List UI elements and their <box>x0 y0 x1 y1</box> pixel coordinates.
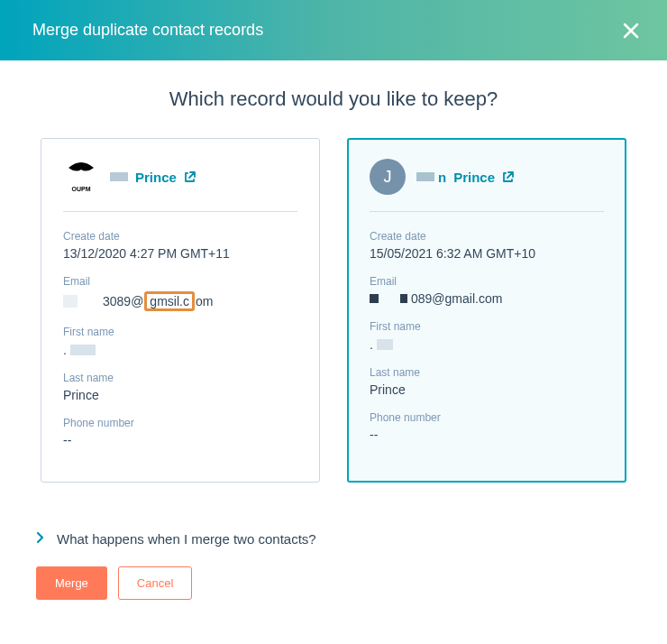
field-label-create-date: Create date <box>370 230 604 243</box>
field-label-create-date: Create date <box>63 230 297 243</box>
record-cards: OUPM Prince Create date 13/12/2020 4:27 … <box>36 138 631 483</box>
record-card-right[interactable]: J n Prince Create date 15/05/2021 6:32 A… <box>347 138 626 483</box>
field-value-last-name: Prince <box>370 382 604 397</box>
field-label-phone: Phone number <box>370 411 604 424</box>
field-value-email: 089@gmail.com <box>370 291 604 306</box>
field-label-last-name: Last name <box>63 372 297 384</box>
redacted-text <box>416 172 434 181</box>
contact-name-row: Prince <box>110 170 297 185</box>
field-value-phone: -- <box>63 433 297 447</box>
field-label-phone: Phone number <box>63 417 297 429</box>
redacted-text <box>70 345 96 355</box>
avatar: OUPM <box>63 159 99 195</box>
record-card-left[interactable]: OUPM Prince Create date 13/12/2020 4:27 … <box>41 138 320 483</box>
merge-question: Which record would you like to keep? <box>36 87 631 111</box>
external-link-icon[interactable] <box>184 170 196 183</box>
field-label-last-name: Last name <box>370 366 604 379</box>
card-header: OUPM Prince <box>63 159 297 211</box>
dialog-actions: Merge Cancel <box>36 566 631 600</box>
field-label-email: Email <box>63 275 297 288</box>
dialog-title: Merge duplicate contact records <box>32 21 263 40</box>
field-value-phone: -- <box>370 428 604 442</box>
redacted-text <box>110 172 128 181</box>
svg-text:OUPM: OUPM <box>72 186 91 192</box>
dialog-body: Which record would you like to keep? OUP… <box>0 60 667 600</box>
redacted-text <box>400 294 407 303</box>
chevron-right-icon <box>36 531 44 547</box>
divider <box>63 211 297 212</box>
redacted-text <box>63 295 78 308</box>
field-value-create-date: 15/05/2021 6:32 AM GMT+10 <box>370 246 604 261</box>
field-label-first-name: First name <box>370 320 604 333</box>
contact-name: Prince <box>135 170 177 185</box>
divider <box>370 211 604 212</box>
avatar: J <box>370 159 406 195</box>
contact-name-row: n Prince <box>416 170 604 185</box>
merge-button[interactable]: Merge <box>36 566 107 600</box>
field-value-create-date: 13/12/2020 4:27 PM GMT+11 <box>63 246 297 261</box>
redacted-text <box>377 339 393 350</box>
redacted-text <box>370 294 379 303</box>
field-label-email: Email <box>370 275 604 288</box>
help-expander[interactable]: What happens when I merge two contacts? <box>36 531 631 547</box>
close-icon[interactable] <box>620 20 642 41</box>
field-value-first-name: . <box>63 343 96 357</box>
field-value-first-name: . <box>370 337 393 352</box>
card-header: J n Prince <box>370 159 604 211</box>
cancel-button[interactable]: Cancel <box>118 566 192 600</box>
expander-label: What happens when I merge two contacts? <box>57 531 316 547</box>
dialog-header: Merge duplicate contact records <box>0 0 667 60</box>
email-highlight: gmsil.c <box>144 291 195 311</box>
external-link-icon[interactable] <box>502 170 515 183</box>
contact-name: Prince <box>453 170 495 185</box>
field-value-email: 3089@gmsil.com <box>63 291 297 311</box>
field-value-last-name: Prince <box>63 388 297 402</box>
field-label-first-name: First name <box>63 326 297 338</box>
